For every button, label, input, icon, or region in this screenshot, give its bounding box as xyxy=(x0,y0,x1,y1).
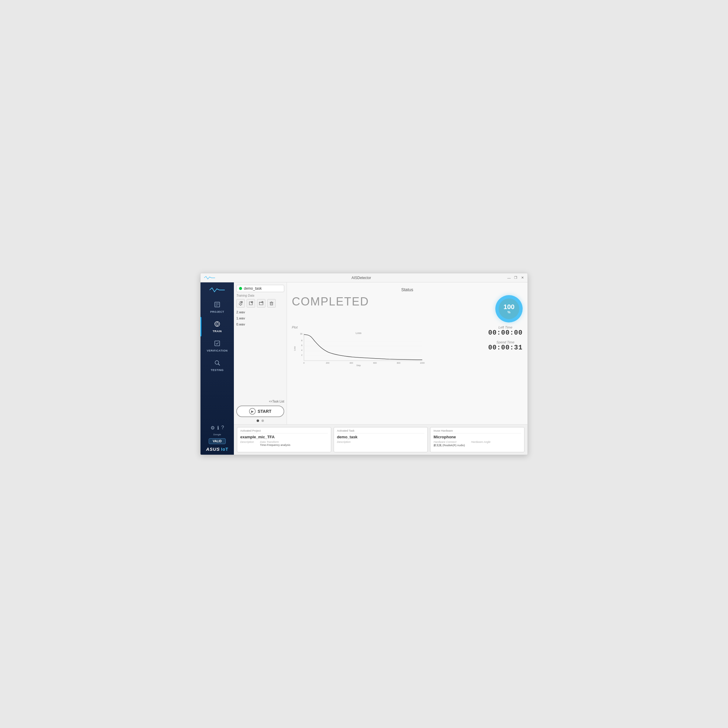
verification-label: VERIFICATION xyxy=(207,349,228,352)
title-bar: AISDetector — ❐ ✕ xyxy=(200,273,528,282)
sidebar-item-testing[interactable]: TESTING xyxy=(200,356,234,375)
status-panel: Status COMPLETED 100 % Plot xyxy=(287,282,528,424)
help-icon[interactable]: ? xyxy=(222,425,224,431)
status-title: Status xyxy=(292,287,523,292)
progress-inner: 100 % xyxy=(499,298,519,319)
mic-add-button[interactable] xyxy=(236,299,245,307)
dongle-label: Dongle xyxy=(213,433,221,436)
asus-iot-logo: ASUS IoT xyxy=(206,447,228,452)
svg-rect-8 xyxy=(215,341,220,346)
sidebar-bottom: ⚙ ℹ ? Dongle VALID ASUS IoT xyxy=(206,425,228,455)
train-label: TRAIN xyxy=(213,330,222,333)
svg-point-5 xyxy=(216,323,219,325)
progress-circle: 100 % xyxy=(496,295,523,323)
sidebar-item-project[interactable]: PROJECT xyxy=(200,298,234,317)
wav-file-0: 2.wav xyxy=(236,309,284,315)
progress-unit: % xyxy=(508,310,511,314)
title-bar-logo xyxy=(203,275,216,280)
svg-text:30: 30 xyxy=(300,333,303,335)
start-button[interactable]: ▶ START xyxy=(236,405,284,417)
task-item[interactable]: demo_task xyxy=(236,285,284,292)
left-time-block: Left Time 00:00:00 xyxy=(488,326,523,337)
svg-rect-23 xyxy=(270,303,273,305)
activated-project-header: Activated Project xyxy=(240,429,328,433)
app-window: AISDetector — ❐ ✕ xyxy=(200,273,528,455)
svg-text:4: 4 xyxy=(301,349,303,351)
maximize-button[interactable]: ❐ xyxy=(514,276,518,280)
pagination-dots xyxy=(236,419,284,422)
description-key-2: Description xyxy=(337,440,351,444)
svg-text:0: 0 xyxy=(303,362,304,364)
start-icon: ▶ xyxy=(249,408,256,414)
task-status-dot xyxy=(239,287,242,290)
verification-icon xyxy=(214,340,220,348)
testing-icon xyxy=(214,359,220,367)
time-section: Left Time 00:00:00 Spend Time 00:00:31 xyxy=(488,326,523,352)
delete-button[interactable] xyxy=(267,299,276,307)
sidebar-logo xyxy=(208,286,226,295)
svg-line-10 xyxy=(219,364,220,366)
progress-value: 100 xyxy=(503,304,515,310)
bottom-bar: Activated Project example_mic_TFA Descri… xyxy=(234,424,528,455)
svg-text:Step: Step xyxy=(356,364,361,367)
hardware-connect-val: 麥克風 (Realtek(R) Audio) xyxy=(433,444,465,447)
settings-icon[interactable]: ⚙ xyxy=(211,425,215,431)
sidebar: PROJECT TRAIN xyxy=(200,282,234,455)
spend-time-label: Spend Time xyxy=(488,340,523,344)
inuse-hardware-col2: Hardware Angle xyxy=(471,440,491,447)
activated-task-title: demo_task xyxy=(337,435,425,439)
right-panel: demo_task Training Data xyxy=(234,282,528,455)
svg-rect-27 xyxy=(292,330,425,367)
training-data-label: Training Data xyxy=(236,294,284,297)
wav-list: 2.wav 1.wav 0.wav xyxy=(236,309,284,399)
spend-time-value: 00:00:31 xyxy=(488,344,523,352)
dot-1[interactable] xyxy=(257,419,259,422)
svg-text:600: 600 xyxy=(373,362,377,364)
inuse-hardware-col1: Hardware Connect 麥克風 (Realtek(R) Audio) xyxy=(433,440,465,447)
left-time-label: Left Time xyxy=(488,326,523,329)
svg-text:1000: 1000 xyxy=(420,362,425,364)
description-key-1: Description xyxy=(240,440,254,444)
svg-text:8: 8 xyxy=(301,340,303,341)
hardware-angle-key: Hardware Angle xyxy=(471,440,491,444)
activated-project-col2: Data Transform Time-Frequency analysis xyxy=(260,440,290,447)
activated-project-rows: Description Data Transform Time-Frequenc… xyxy=(240,440,328,447)
project-label: PROJECT xyxy=(210,310,224,314)
sidebar-item-verification[interactable]: VERIFICATION xyxy=(200,336,234,356)
wav-file-1: 1.wav xyxy=(236,315,284,321)
title-bar-controls: — ❐ ✕ xyxy=(507,276,525,280)
status-main: COMPLETED 100 % xyxy=(292,295,523,323)
activated-task-col1: Description xyxy=(337,440,351,444)
dot-2[interactable] xyxy=(262,419,264,422)
window-title: AISDetector xyxy=(216,276,507,280)
task-name: demo_task xyxy=(244,286,262,291)
file-add-button[interactable] xyxy=(246,299,255,307)
svg-text:Loss: Loss xyxy=(294,346,296,351)
minimize-button[interactable]: — xyxy=(507,276,511,280)
valid-badge: VALID xyxy=(209,438,225,444)
start-label: START xyxy=(257,409,271,414)
folder-add-button[interactable] xyxy=(257,299,265,307)
svg-text:2: 2 xyxy=(301,354,303,356)
sidebar-nav: PROJECT TRAIN xyxy=(200,298,234,425)
svg-text:Loss: Loss xyxy=(355,332,362,335)
task-panel: demo_task Training Data xyxy=(234,282,287,424)
testing-label: TESTING xyxy=(211,369,224,372)
info-icon[interactable]: ℹ xyxy=(217,425,219,431)
task-list-button[interactable]: <<Task List xyxy=(236,400,284,403)
activated-project-col1: Description xyxy=(240,440,254,447)
plot-time-area: Plot Loss xyxy=(292,326,523,367)
training-icons xyxy=(236,299,284,307)
inuse-hardware-title: Microphone xyxy=(433,435,521,439)
inuse-hardware-rows: Hardware Connect 麥克風 (Realtek(R) Audio) … xyxy=(433,440,521,447)
activated-project-title: example_mic_TFA xyxy=(240,435,328,439)
sidebar-bottom-icons: ⚙ ℹ ? xyxy=(211,425,224,431)
activated-task-header: Activated Task xyxy=(337,429,425,433)
sidebar-item-train[interactable]: TRAIN xyxy=(200,317,234,336)
close-button[interactable]: ✕ xyxy=(520,276,525,280)
svg-text:6: 6 xyxy=(301,344,303,346)
main-content: PROJECT TRAIN xyxy=(200,282,528,455)
svg-text:800: 800 xyxy=(397,362,401,364)
data-transform-key: Data Transform xyxy=(260,440,290,444)
svg-text:400: 400 xyxy=(349,362,353,364)
